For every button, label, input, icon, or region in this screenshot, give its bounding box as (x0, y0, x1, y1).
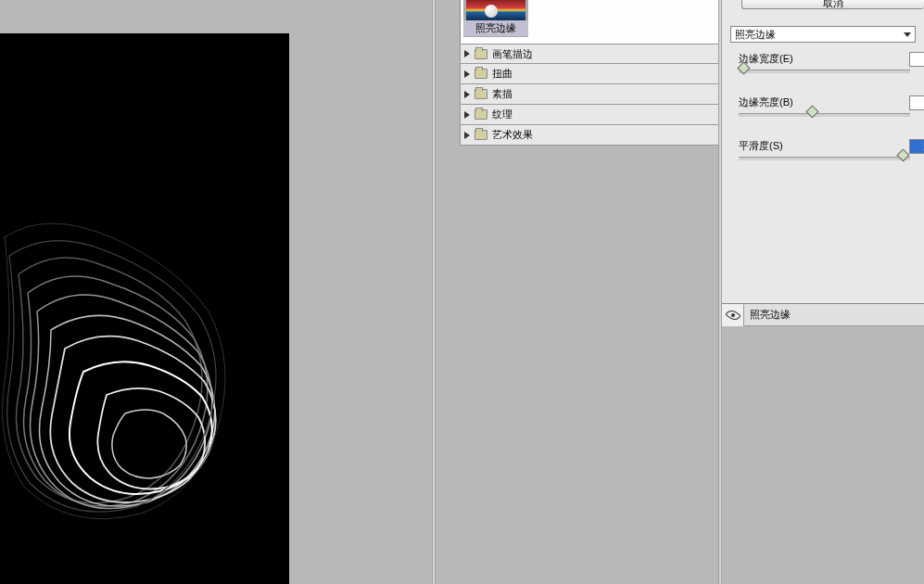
slider-track[interactable] (739, 70, 910, 73)
category-label: 纹理 (492, 108, 513, 121)
slider-edge-brightness: 边缘亮度(B) (739, 95, 924, 117)
applied-effects-panel: 照亮边缘 (722, 303, 924, 584)
filter-thumbnail-label: 照亮边缘 (463, 20, 528, 36)
chevron-down-icon (904, 32, 911, 37)
slider-label: 边缘亮度(B) (739, 95, 793, 109)
triangle-right-icon (464, 50, 470, 57)
filter-category-list: 画笔描边 扭曲 素描 纹理 艺术效果 (460, 44, 719, 146)
folder-icon (475, 89, 487, 99)
category-label: 画笔描边 (492, 47, 533, 61)
folder-icon (475, 130, 487, 140)
filter-thumbnail-image (466, 0, 525, 20)
eye-icon (725, 307, 740, 323)
folder-icon (475, 109, 487, 120)
filter-category-texture[interactable]: 纹理 (460, 105, 719, 125)
filter-category-artistic[interactable]: 艺术效果 (460, 125, 719, 146)
triangle-right-icon (464, 111, 470, 119)
preview-canvas[interactable] (0, 33, 289, 584)
slider-track[interactable] (739, 157, 910, 160)
filter-dropdown[interactable]: 照亮边缘 (730, 26, 916, 43)
slider-label: 平滑度(S) (739, 139, 783, 153)
cancel-button[interactable]: 取消 (741, 0, 924, 9)
category-label: 素描 (492, 87, 513, 101)
effect-layer-label: 照亮边缘 (744, 308, 791, 322)
effect-layer-item[interactable]: 照亮边缘 (722, 304, 924, 326)
preview-area (0, 0, 432, 584)
slider-group: 边缘宽度(E) 边缘亮度(B) 平滑度(S) (739, 52, 924, 183)
filter-category-distort[interactable]: 扭曲 (460, 64, 719, 84)
edge-brightness-input[interactable] (909, 95, 924, 110)
filter-dropdown-value: 照亮边缘 (735, 28, 776, 42)
filter-gallery-panel: 照亮边缘 画笔描边 扭曲 素描 纹理 艺术效果 (436, 0, 718, 584)
folder-icon (475, 49, 487, 59)
triangle-right-icon (464, 70, 470, 78)
filter-thumbnail-area: 照亮边缘 (460, 0, 719, 44)
filter-category-sketch[interactable]: 素描 (460, 84, 719, 105)
triangle-right-icon (464, 132, 470, 139)
smoothness-input[interactable] (909, 139, 924, 154)
filter-category-brushstrokes[interactable]: 画笔描边 (460, 44, 719, 64)
folder-icon (475, 69, 487, 79)
category-label: 扭曲 (492, 67, 513, 81)
filter-settings-panel: 取消 照亮边缘 边缘宽度(E) 边缘亮度(B) 平滑度(S) (722, 0, 924, 584)
slider-track[interactable] (739, 113, 910, 117)
category-label: 艺术效果 (492, 128, 533, 142)
triangle-right-icon (464, 91, 470, 98)
slider-edge-width: 边缘宽度(E) (739, 52, 924, 73)
visibility-toggle[interactable] (722, 304, 744, 326)
slider-smoothness: 平滑度(S) (739, 139, 924, 160)
edge-width-input[interactable] (909, 52, 924, 67)
filter-thumbnail-selected[interactable]: 照亮边缘 (463, 0, 528, 37)
